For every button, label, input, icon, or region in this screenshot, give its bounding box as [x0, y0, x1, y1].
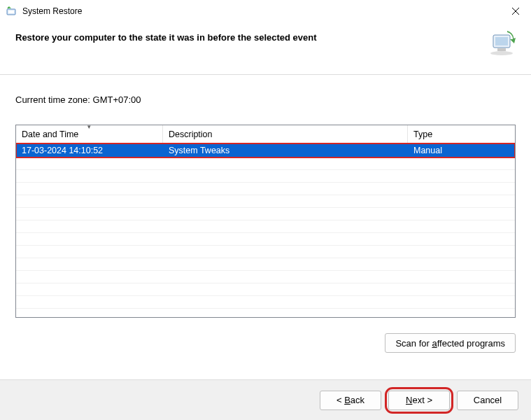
table-row-empty: [16, 208, 515, 220]
restore-points-table[interactable]: ▾ Date and Time Description Type 17-03-2…: [15, 125, 516, 318]
table-row-empty: [16, 183, 515, 195]
table-row-empty: [16, 195, 515, 208]
table-row-empty: [16, 284, 515, 296]
svg-rect-4: [495, 37, 508, 46]
window-title: System Restore: [22, 6, 500, 16]
table-row-empty: [16, 296, 515, 309]
timezone-label: Current time zone: GMT+07:00: [15, 94, 516, 105]
next-button[interactable]: Next >: [388, 391, 450, 410]
page-heading: Restore your computer to the state it wa…: [15, 32, 481, 43]
cell-type: Manual: [408, 146, 515, 155]
scan-affected-programs-button[interactable]: Scan for affected programs: [385, 333, 516, 353]
cell-description: System Tweaks: [163, 146, 408, 155]
table-row-empty: [16, 258, 515, 271]
close-button[interactable]: [500, 0, 531, 22]
app-icon: [6, 6, 17, 17]
table-row-empty: [16, 170, 515, 183]
sort-descending-icon: ▾: [87, 125, 91, 130]
svg-rect-5: [497, 48, 506, 51]
cancel-button[interactable]: Cancel: [457, 391, 518, 410]
column-header-description[interactable]: Description: [163, 125, 408, 143]
cell-datetime: 17-03-2024 14:10:52: [16, 146, 163, 155]
table-row-empty: [16, 233, 515, 246]
column-header-type[interactable]: Type: [408, 125, 515, 143]
svg-rect-1: [8, 10, 14, 13]
column-header-datetime[interactable]: ▾ Date and Time: [16, 125, 163, 143]
table-row-empty: [16, 158, 515, 170]
table-row-empty: [16, 246, 515, 258]
table-row-empty: [16, 271, 515, 284]
column-label: Date and Time: [22, 130, 78, 139]
svg-point-2: [490, 51, 513, 55]
system-restore-icon: [488, 29, 516, 56]
table-row[interactable]: 17-03-2024 14:10:52 System Tweaks Manual: [16, 144, 515, 158]
column-label: Description: [169, 130, 213, 139]
back-button[interactable]: < Back: [320, 391, 381, 410]
column-label: Type: [413, 130, 432, 139]
table-row-empty: [16, 220, 515, 233]
